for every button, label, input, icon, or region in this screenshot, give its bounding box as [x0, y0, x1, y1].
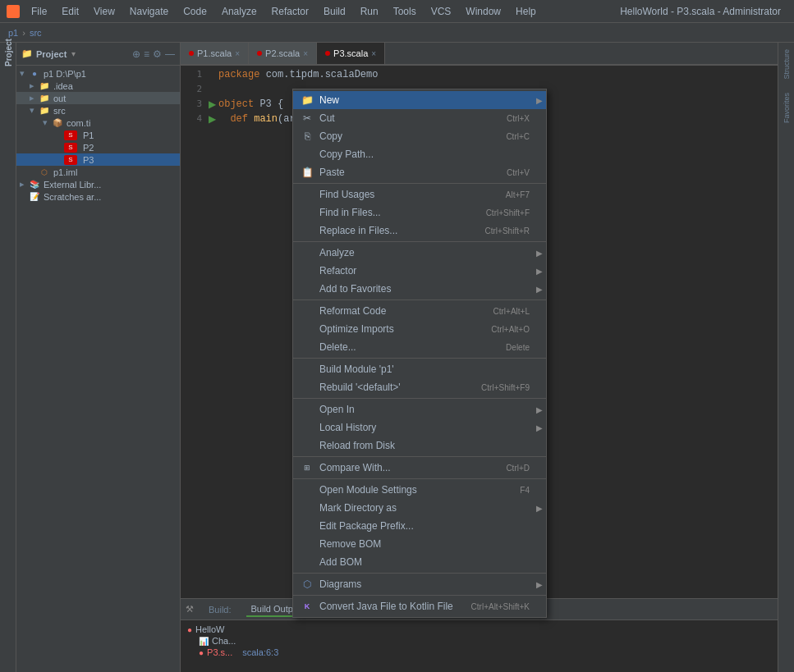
sidebar-project-label[interactable]: Project: [2, 46, 15, 59]
settings-icon[interactable]: ⚙: [153, 48, 162, 60]
ctx-shortcut-reformat: Ctrl+Alt+L: [493, 307, 530, 316]
remove-bom-icon: [300, 537, 314, 551]
breadcrumb-p1[interactable]: p1: [8, 28, 18, 38]
menu-file[interactable]: File: [25, 4, 53, 19]
project-dropdown-icon[interactable]: ▾: [71, 49, 76, 58]
menu-code[interactable]: Code: [177, 4, 213, 19]
menu-view[interactable]: View: [87, 4, 122, 19]
expand-arrow: ▾: [43, 117, 51, 128]
sidebar-right: Structure Favorites: [778, 43, 794, 672]
ctx-item-find-files[interactable]: Find in Files... Ctrl+Shift+F: [293, 203, 546, 222]
ctx-item-add-fav[interactable]: Add to Favorites ▶: [293, 280, 546, 298]
ctx-item-find-usages[interactable]: Find Usages Alt+F7: [293, 185, 546, 203]
ctx-item-remove-bom[interactable]: Remove BOM: [293, 535, 546, 553]
tree-item-com[interactable]: ▾ 📦 com.ti: [16, 117, 180, 129]
ctx-item-build-module[interactable]: Build Module 'p1': [293, 360, 546, 378]
ctx-label-build-module: Build Module 'p1': [319, 363, 530, 375]
ctx-item-refactor[interactable]: Refactor ▶: [293, 262, 546, 280]
tab-close-p1[interactable]: ×: [235, 49, 240, 58]
reload-icon: [300, 439, 314, 452]
sr-structure-label[interactable]: Structure: [783, 46, 791, 83]
breadcrumb-src[interactable]: src: [30, 28, 42, 38]
ctx-sep-6: [293, 456, 546, 457]
menu-window[interactable]: Window: [459, 4, 507, 19]
tab-close-p2[interactable]: ×: [303, 49, 308, 58]
menu-run[interactable]: Run: [354, 4, 385, 19]
ctx-item-optimize[interactable]: Optimize Imports Ctrl+Alt+O: [293, 320, 546, 338]
tree-item-p2-file[interactable]: ▸ S P2: [16, 141, 180, 153]
sr-favorites-label[interactable]: Favorites: [783, 89, 791, 126]
menu-edit[interactable]: Edit: [55, 4, 85, 19]
tree-item-p1[interactable]: ▾ ● p1 D:\P\p1: [16, 67, 180, 80]
ctx-label-compare: Compare With...: [319, 462, 489, 473]
ctx-item-compare[interactable]: ⊞ Compare With... Ctrl+D: [293, 459, 546, 477]
ctx-item-paste[interactable]: 📋 Paste Ctrl+V: [293, 163, 546, 181]
iml-icon: ⬡: [38, 167, 51, 177]
ctx-item-cut[interactable]: ✂ Cut Ctrl+X: [293, 109, 546, 127]
menu-vcs[interactable]: VCS: [425, 4, 458, 19]
tree-item-src[interactable]: ▾ 📁 src: [16, 104, 180, 117]
menu-build[interactable]: Build: [317, 4, 352, 19]
ctx-item-mark-dir[interactable]: Mark Directory as ▶: [293, 499, 546, 517]
ctx-item-reload[interactable]: Reload from Disk: [293, 437, 546, 455]
mark-dir-icon: [300, 501, 314, 514]
delete-icon: [300, 341, 314, 354]
ctx-item-new[interactable]: 📁 New ▶: [293, 91, 546, 109]
out-folder-icon: 📁: [38, 94, 51, 103]
menu-analyze[interactable]: Analyze: [215, 4, 264, 19]
menu-refactor[interactable]: Refactor: [265, 4, 315, 19]
ctx-label-add-fav: Add to Favorites: [319, 283, 530, 295]
ctx-item-convert-kotlin[interactable]: K Convert Java File to Kotlin File Ctrl+…: [293, 597, 546, 615]
tab-p1[interactable]: P1.scala ×: [181, 43, 249, 64]
ctx-item-copy-path[interactable]: Copy Path...: [293, 145, 546, 163]
ctx-label-analyze: Analyze: [319, 247, 530, 258]
tree-item-idea[interactable]: ▸ 📁 .idea: [16, 80, 180, 92]
ctx-shortcut-copy: Ctrl+C: [506, 132, 530, 141]
hide-icon[interactable]: —: [165, 48, 175, 60]
ctx-item-analyze[interactable]: Analyze ▶: [293, 244, 546, 262]
copy-path-icon: [300, 148, 314, 161]
tab-p2[interactable]: P2.scala ×: [249, 43, 317, 64]
ctx-item-add-bom[interactable]: Add BOM: [293, 553, 546, 571]
ctx-item-diagrams[interactable]: ⬡ Diagrams ▶: [293, 575, 546, 593]
ctx-item-copy[interactable]: ⎘ Copy Ctrl+C: [293, 127, 546, 145]
locate-icon[interactable]: ⊕: [132, 48, 140, 60]
add-bom-icon: [300, 555, 314, 569]
sidebar-left: Project: [0, 43, 16, 672]
ctx-sep-8: [293, 573, 546, 574]
tree-item-out[interactable]: ▸ 📁 out: [16, 92, 180, 104]
menu-tools[interactable]: Tools: [387, 4, 423, 19]
menu-help[interactable]: Help: [509, 4, 543, 19]
tree-label-external: External Libr...: [44, 180, 101, 190]
ctx-shortcut-optimize: Ctrl+Alt+O: [491, 325, 530, 334]
ctx-item-module-settings[interactable]: Open Module Settings F4: [293, 481, 546, 499]
ctx-label-edit-pkg: Edit Package Prefix...: [319, 520, 530, 532]
reformat-icon: [300, 304, 314, 318]
build-content: ● HelloW 📊 Cha... ● P3.s... scala:6:3: [181, 620, 778, 661]
ctx-item-reformat[interactable]: Reformat Code Ctrl+Alt+L: [293, 302, 546, 320]
build-label-scala-ref: scala:6:3: [242, 647, 278, 657]
tree-item-external[interactable]: ▸ 📚 External Libr...: [16, 178, 180, 190]
menu-navigate[interactable]: Navigate: [123, 4, 175, 19]
ctx-item-rebuild[interactable]: Rebuild '<default>' Ctrl+Shift+F9: [293, 378, 546, 396]
compare-icon: ⊞: [300, 461, 314, 474]
project-root-icon: ●: [28, 69, 41, 79]
kotlin-icon: K: [300, 600, 314, 613]
error-icon-2: ●: [199, 648, 204, 657]
ctx-label-remove-bom: Remove BOM: [319, 538, 530, 550]
tree-item-p1-file[interactable]: ▸ S P1: [16, 129, 180, 141]
ctx-item-delete[interactable]: Delete... Delete: [293, 338, 546, 356]
tree-item-iml[interactable]: ▸ ⬡ p1.iml: [16, 166, 180, 178]
tab-close-p3[interactable]: ×: [371, 49, 376, 58]
ctx-arrow-local-history: ▶: [536, 423, 543, 432]
ctx-item-open-in[interactable]: Open In ▶: [293, 400, 546, 418]
collapse-icon[interactable]: ≡: [144, 48, 149, 60]
cut-icon: ✂: [300, 112, 314, 125]
tree-item-p3-file[interactable]: ▸ S P3: [16, 153, 180, 166]
ctx-item-edit-pkg[interactable]: Edit Package Prefix...: [293, 517, 546, 535]
ctx-item-replace-files[interactable]: Replace in Files... Ctrl+Shift+R: [293, 222, 546, 240]
ctx-item-local-history[interactable]: Local History ▶: [293, 418, 546, 437]
tree-item-scratches[interactable]: ▸ 📝 Scratches ar...: [16, 190, 180, 203]
tab-p3[interactable]: P3.scala ×: [317, 43, 385, 64]
build-tab-build[interactable]: Build:: [204, 603, 236, 616]
